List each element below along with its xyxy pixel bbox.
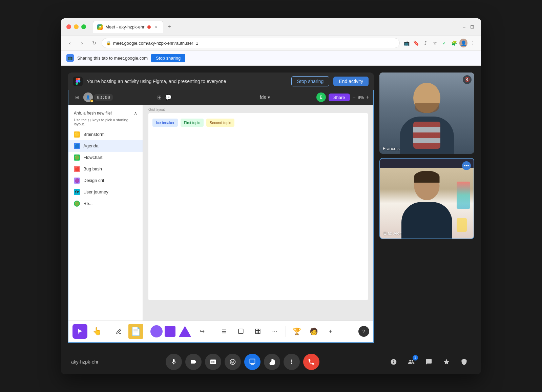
present-btn[interactable]: [244, 354, 260, 370]
triangle-shape-btn[interactable]: [179, 326, 191, 337]
pointer-tool-icon[interactable]: 👆: [92, 327, 102, 336]
character-widget-btn[interactable]: 🧑: [306, 324, 321, 339]
elad-more-btn[interactable]: •••: [462, 161, 471, 170]
panel-collapse-btn[interactable]: ∧: [134, 110, 137, 116]
panel-item-agenda[interactable]: 🟦 Agenda: [68, 140, 143, 152]
figma-bottom-toolbar: 👆 📄 ↪: [68, 321, 373, 342]
window-restore-btn[interactable]: ⊡: [469, 23, 476, 30]
stop-sharing-btn[interactable]: Stop sharing: [291, 76, 330, 86]
forward-btn[interactable]: ›: [77, 38, 87, 48]
participants-btn[interactable]: 3: [404, 355, 418, 369]
extensions-icon[interactable]: 🧩: [450, 39, 458, 47]
zoom-out-btn[interactable]: −: [353, 94, 356, 100]
back-btn[interactable]: ‹: [65, 38, 75, 48]
end-activity-btn[interactable]: End activity: [333, 77, 369, 86]
tab-recording-dot: [147, 25, 151, 29]
meet-code: aky-hzpk-ehr: [71, 359, 99, 365]
arrow-shape-btn[interactable]: ↪: [194, 324, 209, 339]
canvas-frame: Ice breaker First topic Second topic: [148, 113, 368, 300]
browser-stop-sharing-btn[interactable]: Stop sharing: [151, 54, 185, 62]
figma-left-panel: Ahh, a fresh new file! ∧ Use the ↑↓ keys…: [68, 105, 143, 321]
main-content: You're hosting an activity using Figma, …: [61, 66, 481, 374]
more-options-btn[interactable]: [284, 354, 300, 370]
star-icon[interactable]: ☆: [431, 39, 439, 47]
cursor-overlay: 👆: [89, 324, 104, 339]
brainstorm-label: Brainstorm: [83, 132, 105, 137]
window-minimize-btn[interactable]: –: [461, 23, 467, 30]
zoom-level[interactable]: 9%: [358, 95, 364, 100]
table-tool-btn[interactable]: [250, 324, 265, 339]
close-window-btn[interactable]: [66, 24, 71, 29]
panel-item-bugbash[interactable]: 🔴 Bug bash: [68, 163, 143, 175]
text-tool-btn[interactable]: [216, 324, 231, 339]
sticky-note-btn[interactable]: 📄: [128, 324, 143, 339]
more-tools-btn[interactable]: ⋯: [267, 324, 282, 339]
figma-canvas-area: Ahh, a fresh new file! ∧ Use the ↑↓ keys…: [68, 105, 373, 321]
sharing-bar: 📺 Sharing this tab to meet.google.com St…: [61, 51, 481, 66]
flowchart-icon: 🟢: [74, 154, 80, 161]
emoji-reaction-btn[interactable]: [225, 354, 241, 370]
card-icebreaker: Ice breaker: [152, 119, 178, 127]
userjourney-label: User journey: [83, 189, 108, 194]
sharing-text: Sharing this tab to meet.google.com: [77, 56, 148, 61]
maximize-window-btn[interactable]: [81, 24, 86, 29]
zoom-in-btn[interactable]: +: [366, 94, 369, 100]
elad-name-tag: Elad Alon: [383, 231, 402, 236]
microphone-btn[interactable]: [166, 354, 182, 370]
circle-shape-btn[interactable]: [150, 325, 163, 337]
figma-share-btn[interactable]: Share: [329, 94, 350, 101]
captions-btn[interactable]: [205, 354, 221, 370]
figma-menu-btn[interactable]: ⊞: [72, 92, 82, 102]
frame-tool-icon[interactable]: ⊞: [157, 94, 162, 101]
emoji-widget-btn[interactable]: 🏆: [289, 324, 304, 339]
panel-item-brainstorm[interactable]: 🟡 Brainstorm: [68, 129, 143, 140]
end-call-btn[interactable]: [303, 354, 319, 370]
menu-icon[interactable]: ⋮: [469, 39, 477, 47]
cast-icon[interactable]: 📺: [402, 39, 411, 47]
address-bar: ‹ › ↻ 🔒 meet.google.com/aky-hzpk-ehr?aut…: [61, 36, 481, 51]
figma-toolbar-right: E Share − 9% +: [316, 92, 369, 102]
safety-btn[interactable]: [457, 355, 471, 369]
profile-icon[interactable]: 👤: [459, 39, 467, 47]
figma-help-btn[interactable]: ?: [358, 326, 369, 337]
add-widget-btn[interactable]: +: [323, 324, 338, 339]
grammarly-icon[interactable]: ✓: [440, 39, 449, 47]
share-icon[interactable]: ⤴: [421, 39, 430, 47]
activities-btn[interactable]: [440, 355, 453, 369]
designcrit-icon: 🟣: [74, 178, 80, 184]
card-second-topic: Second topic: [206, 119, 235, 127]
frame-tool-btn[interactable]: [233, 324, 248, 339]
panel-item-userjourney[interactable]: 🗺 User journey: [68, 186, 143, 198]
tab-close-btn[interactable]: ×: [153, 24, 159, 30]
chevron-down-icon[interactable]: ▾: [268, 95, 270, 100]
new-tab-btn[interactable]: +: [165, 22, 174, 32]
figma-view-tools: ⊞ 💬: [157, 94, 172, 101]
figma-zoom-controls: − 9% +: [353, 94, 369, 100]
rect-shape-btn[interactable]: [165, 326, 175, 337]
agenda-label: Agenda: [83, 143, 99, 148]
figma-left-tools: ⊞ 👤 ⚙ 03:00: [72, 92, 113, 102]
camera-btn[interactable]: [185, 354, 202, 370]
minimize-window-btn[interactable]: [74, 24, 79, 29]
refresh-btn[interactable]: ↻: [89, 38, 99, 48]
agenda-icon: 🟦: [74, 143, 80, 149]
select-tool-btn[interactable]: [72, 324, 87, 339]
panel-item-flowchart[interactable]: 🟢 Flowchart: [68, 152, 143, 163]
pencil-tool-btn[interactable]: [111, 324, 126, 339]
figma-main-canvas[interactable]: Grid layout Ice breaker First topic Seco…: [143, 105, 373, 321]
toolbar-separator-4: [286, 326, 286, 337]
info-btn[interactable]: [387, 355, 400, 369]
save-page-icon[interactable]: 🔖: [412, 39, 420, 47]
chat-btn[interactable]: [422, 355, 436, 369]
comment-tool-icon[interactable]: 💬: [165, 94, 172, 101]
figma-collaborator-e: E: [316, 92, 326, 102]
browser-window: M Meet - aky-hzpk-ehr × + – ⊡ ‹ › ↻ 🔒 me…: [61, 18, 481, 374]
raise-hand-btn[interactable]: [264, 354, 280, 370]
elad-tile-topbar: [380, 159, 474, 168]
url-bar[interactable]: 🔒 meet.google.com/aky-hzpk-ehr?authuser=…: [102, 38, 400, 48]
panel-item-re[interactable]: 🟢 Re...: [68, 198, 143, 209]
figma-frame: ⊞ 👤 ⚙ 03:00 ⊞: [68, 90, 374, 343]
bugbash-icon: 🔴: [74, 166, 80, 172]
panel-item-designcrit[interactable]: 🟣 Design crit: [68, 175, 143, 186]
active-tab[interactable]: M Meet - aky-hzpk-ehr ×: [93, 21, 163, 33]
